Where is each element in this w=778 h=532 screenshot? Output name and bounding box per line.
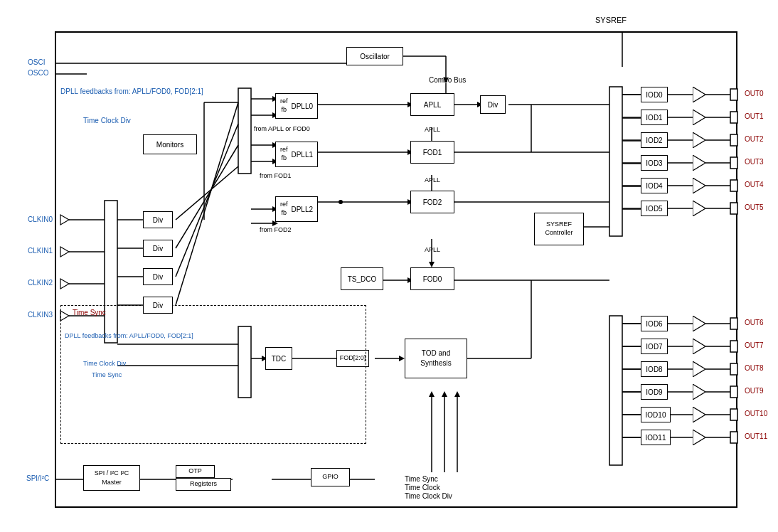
div-top-block: Div xyxy=(480,95,506,114)
fod1-block: FOD1 xyxy=(410,141,454,164)
fod2-label: FOD2 xyxy=(423,198,442,207)
oscillator-block: Oscillator xyxy=(346,47,403,65)
buf-out2 xyxy=(693,132,705,148)
buf-out9 xyxy=(693,384,705,400)
time-sync-bottom-label: Time Sync xyxy=(92,371,122,378)
iod6-label: IOD6 xyxy=(646,319,662,329)
from-apll-fod0-label: from APLL or FOD0 xyxy=(254,125,310,134)
time-clock-div-bottom: Time Clock Div xyxy=(83,360,126,367)
fod1-label: FOD1 xyxy=(423,148,442,157)
iod7-label: IOD7 xyxy=(646,342,662,351)
dpll-feedbacks-top: DPLL feedbacks from: APLL/FOD0, FOD[2:1] xyxy=(60,87,203,97)
from-fod1-label: from FOD1 xyxy=(260,172,292,179)
dpll0-block: ref fb DPLL0 xyxy=(275,93,318,119)
sysref-controller-block: SYSREF Controller xyxy=(534,213,584,245)
div2-label: Div xyxy=(153,244,163,253)
out6-label: OUT6 xyxy=(745,319,764,326)
dpll1-block: ref fb DPLL1 xyxy=(275,142,318,167)
iod3-label: IOD3 xyxy=(646,159,662,168)
monitors-block: Monitors xyxy=(143,134,197,154)
svg-marker-155 xyxy=(693,155,705,171)
osci-label: OSCI xyxy=(28,58,45,66)
clkin3-label: CLKIN3 xyxy=(28,311,53,319)
clkin2-label: CLKIN2 xyxy=(28,279,53,287)
dpll0-label: DPLL0 xyxy=(291,102,313,111)
time-clock-div-top: Time Clock Div xyxy=(83,117,131,124)
iod5-label: IOD5 xyxy=(646,204,662,213)
out9-label: OUT9 xyxy=(745,387,764,395)
iod11-block: IOD11 xyxy=(641,430,671,445)
diagram-container: SYSREF xyxy=(12,10,766,522)
svg-marker-161 xyxy=(693,384,705,400)
monitors-label: Monitors xyxy=(156,140,183,149)
otp-label: OTP xyxy=(188,467,202,476)
registers-label: Registers xyxy=(190,480,217,489)
svg-marker-160 xyxy=(693,361,705,377)
iod2-label: IOD2 xyxy=(646,136,662,145)
buf-out4 xyxy=(693,178,705,193)
iod7-block: IOD7 xyxy=(641,339,668,354)
div4-block: Div xyxy=(143,297,173,314)
out1-label: OUT1 xyxy=(745,112,764,120)
apll-above-fod1: APLL xyxy=(425,126,440,133)
gpio-block: GPIO xyxy=(311,468,350,486)
buf-out3 xyxy=(693,155,705,171)
time-sync-box-label: Time Sync xyxy=(73,309,106,316)
buf-out11 xyxy=(693,430,705,445)
bottom-time-sync: Time Sync xyxy=(405,475,438,483)
tod-synthesis-block: TOD and Synthesis xyxy=(405,339,467,378)
iod9-block: IOD9 xyxy=(641,384,668,400)
dpll1-label: DPLL1 xyxy=(291,150,313,159)
svg-marker-157 xyxy=(693,201,705,216)
iod0-label: IOD0 xyxy=(646,90,662,100)
apll-label: APLL xyxy=(424,100,441,110)
out5-label: OUT5 xyxy=(745,203,764,211)
spi-i2c-master-block: SPI / I²C I²C Master xyxy=(83,465,140,491)
apll-block: APLL xyxy=(410,93,454,116)
fod0-label: FOD0 xyxy=(423,275,442,284)
iod10-block: IOD10 xyxy=(641,407,671,422)
registers-block: Registers xyxy=(176,478,231,491)
svg-marker-162 xyxy=(693,407,705,422)
div1-block: Div xyxy=(143,211,173,228)
sysref-controller-label: SYSREF Controller xyxy=(535,220,583,237)
iod10-label: IOD10 xyxy=(646,410,666,420)
iod1-block: IOD1 xyxy=(641,110,668,125)
buf-out10 xyxy=(693,407,705,422)
buf-out8 xyxy=(693,361,705,377)
div2-block: Div xyxy=(143,240,173,257)
ts-dco-block: TS_DCO xyxy=(341,267,383,290)
spi-i2c-master-label: SPI / I²C I²C Master xyxy=(84,469,139,486)
out3-label: OUT3 xyxy=(745,158,764,166)
clkin0-label: CLKIN0 xyxy=(28,216,53,223)
iod4-label: IOD4 xyxy=(646,181,662,191)
iod0-block: IOD0 xyxy=(641,87,668,102)
div1-label: Div xyxy=(153,216,163,225)
dpll2-label: DPLL2 xyxy=(291,205,313,214)
otp-block: OTP xyxy=(176,465,215,478)
iod3-block: IOD3 xyxy=(641,155,668,171)
apll-above-fod2: APLL xyxy=(425,176,440,183)
svg-marker-153 xyxy=(693,110,705,125)
svg-marker-154 xyxy=(693,132,705,148)
from-fod2-label: from FOD2 xyxy=(260,226,292,233)
sysref-label: SYSREF xyxy=(595,16,627,24)
iod5-block: IOD5 xyxy=(641,201,668,216)
buf-out6 xyxy=(693,316,705,331)
out8-label: OUT8 xyxy=(745,364,764,372)
apll-above-fod0: APLL xyxy=(425,246,440,253)
ts-dco-label: TS_DCO xyxy=(348,275,377,284)
div4-label: Div xyxy=(153,301,163,310)
fod2-block: FOD2 xyxy=(410,191,454,213)
buf-out0 xyxy=(693,87,705,102)
iod2-block: IOD2 xyxy=(641,132,668,148)
bottom-time-clock: Time Clock xyxy=(405,484,440,491)
iod9-label: IOD9 xyxy=(646,388,662,397)
out0-label: OUT0 xyxy=(745,90,764,97)
out7-label: OUT7 xyxy=(745,341,764,349)
iod8-label: IOD8 xyxy=(646,365,662,374)
out4-label: OUT4 xyxy=(745,181,764,188)
out11-label: OUT11 xyxy=(745,432,767,440)
clkin1-label: CLKIN1 xyxy=(28,247,53,255)
out2-label: OUT2 xyxy=(745,135,764,143)
